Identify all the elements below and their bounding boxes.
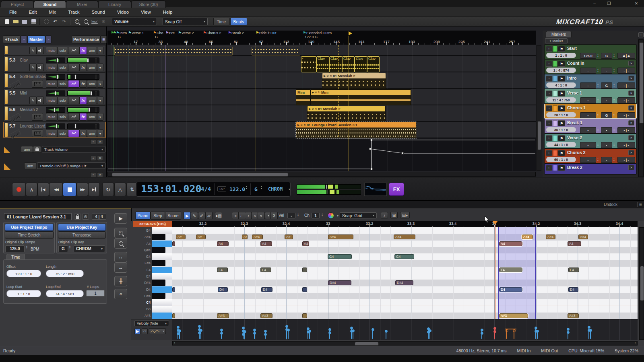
marker-meter[interactable]: - | -: [617, 82, 635, 88]
midi-note[interactable]: A#3: [499, 313, 528, 318]
marker-tempo[interactable]: 125.0: [580, 53, 596, 59]
undock-button[interactable]: Undock: [604, 202, 617, 207]
save-icon[interactable]: [29, 18, 37, 25]
speaker-icon[interactable]: [37, 97, 44, 104]
marker-time[interactable]: 11 : 4 : 750: [546, 97, 576, 103]
piano-key[interactable]: [152, 286, 172, 293]
mute-button[interactable]: mute: [46, 97, 57, 104]
add-note-icon[interactable]: ⊞: [390, 212, 398, 218]
marker-meter[interactable]: - | -: [617, 127, 635, 133]
track-name[interactable]: Mini: [20, 91, 27, 95]
scale-mode-dropdown-icon[interactable]: ▾: [289, 187, 290, 191]
use-project-key-button[interactable]: Use Project Key: [58, 224, 106, 231]
scale-mode-value[interactable]: CHROM: [268, 186, 283, 192]
automation-type-dropdown[interactable]: Volume▾: [112, 18, 157, 25]
tab-store-30-[interactable]: Store (30): [131, 0, 166, 8]
marker-color-swatch[interactable]: [553, 135, 557, 141]
velocity-stem[interactable]: [309, 330, 310, 339]
mute-button[interactable]: mute: [46, 47, 57, 54]
marker-name[interactable]: Intro: [567, 76, 576, 80]
velocity-stem[interactable]: [537, 330, 538, 339]
add-track-button[interactable]: +Track: [3, 35, 21, 43]
fx-button[interactable]: fx: [79, 80, 87, 88]
piano-key[interactable]: [152, 306, 172, 313]
velocity-stem[interactable]: [428, 327, 429, 339]
open-file-icon[interactable]: [12, 18, 20, 25]
maximize-button[interactable]: ❐: [603, 0, 615, 7]
marker-name[interactable]: Verse 1: [567, 90, 582, 95]
piano-key[interactable]: [152, 267, 172, 274]
velocity-stem[interactable]: [429, 329, 430, 339]
midi-note[interactable]: [172, 313, 175, 318]
marker-color-swatch[interactable]: [553, 76, 557, 82]
timeline-marker-flag-icon[interactable]: ⚑: [153, 31, 157, 35]
clip-name-field[interactable]: 01 Lounge Lizard Session 3.1: [4, 213, 72, 220]
loop-button[interactable]: ↻: [102, 183, 114, 196]
track-row[interactable]: 5.6 Messiah 2 mute solo fx arm ▾: [3, 105, 106, 121]
menu-help[interactable]: Help: [157, 7, 179, 17]
velocity-curve-tool[interactable]: ▾: [149, 328, 166, 334]
clip-mute-button[interactable]: ⊘: [82, 214, 89, 220]
zoom-out-button[interactable]: −: [114, 238, 127, 249]
piano-key[interactable]: [152, 241, 172, 247]
tab-library[interactable]: Library: [98, 0, 131, 8]
arm-button[interactable]: arm: [87, 97, 97, 104]
velocity-stem[interactable]: [254, 329, 255, 339]
track-volume-slider[interactable]: [67, 123, 99, 129]
velocity-stem[interactable]: [178, 326, 178, 339]
menu-edit[interactable]: Edit: [23, 7, 43, 17]
clip-play-button[interactable]: ▶: [114, 213, 127, 224]
pencil-tool-icon[interactable]: ✎: [191, 212, 198, 219]
midi-note[interactable]: F4: [568, 267, 579, 272]
new-file-icon[interactable]: [3, 18, 11, 25]
marker-expand-icon[interactable]: ›: [546, 165, 552, 171]
marker-key[interactable]: -: [601, 97, 612, 103]
midi-note[interactable]: A#: [285, 234, 293, 239]
marker-delete-icon[interactable]: ✕: [628, 135, 634, 140]
velocity-stem[interactable]: [200, 329, 201, 339]
note-velocity-toggle-icon[interactable]: ●▤: [215, 212, 222, 219]
marker-meter[interactable]: - | -: [617, 97, 635, 103]
menu-sound[interactable]: Sound: [86, 7, 111, 17]
marker-color-swatch[interactable]: [553, 120, 557, 126]
draw-tool-icon[interactable]: ✎: [29, 47, 37, 54]
loop-start-field[interactable]: 1 : 1 : 0: [6, 290, 41, 297]
eraser-tool-icon[interactable]: ▱: [205, 212, 213, 219]
beats-mode-button[interactable]: Beats: [230, 18, 247, 25]
orig-key-value[interactable]: G: [58, 245, 68, 252]
marker-expand-icon[interactable]: ›: [546, 135, 552, 141]
marker-time[interactable]: 1 : 4 : 874: [546, 68, 576, 73]
track-options-chevron-icon[interactable]: ▾: [97, 80, 103, 88]
midi-note[interactable]: A#4: [578, 234, 588, 239]
marker-expand-icon[interactable]: ›: [546, 150, 552, 156]
timeline-marker-flag-icon[interactable]: ⚑: [303, 31, 306, 35]
marker-key[interactable]: -: [601, 127, 612, 133]
solo-button[interactable]: solo: [57, 80, 68, 88]
marker-name[interactable]: Count In: [567, 61, 584, 66]
timeline-ruler[interactable]: 17 33 49 65 81 97 113 129 145 161 177 19…: [107, 31, 536, 45]
velocity-value[interactable]: -: [287, 213, 295, 218]
fx-button[interactable]: fx: [79, 47, 87, 54]
track-volume-slider[interactable]: [67, 58, 99, 63]
velocity-lane[interactable]: [172, 319, 638, 340]
instrument-sticker-icon[interactable]: [9, 80, 21, 90]
velocity-stem[interactable]: [308, 327, 308, 339]
midi-note[interactable]: D4: [568, 287, 578, 292]
arm-button[interactable]: arm: [87, 80, 97, 88]
track-options-chevron-icon[interactable]: ▾: [97, 47, 103, 54]
midi-note[interactable]: [302, 313, 307, 318]
add-marker-button[interactable]: + Marker: [545, 38, 568, 43]
velocity-stem[interactable]: [243, 327, 244, 339]
play-button[interactable]: ∧: [26, 183, 37, 196]
track-color-strip[interactable]: [5, 57, 8, 71]
timeline-marker-label[interactable]: Verse 1: [132, 31, 144, 35]
midi-note[interactable]: D#4: [395, 280, 413, 285]
velocity-stem[interactable]: [590, 329, 591, 339]
midi-note[interactable]: D#4: [328, 280, 351, 285]
marker-color-swatch[interactable]: [553, 165, 557, 171]
midi-note[interactable]: F4: [260, 267, 271, 272]
mute-button[interactable]: mute: [46, 113, 57, 121]
marker-tempo[interactable]: -: [580, 127, 596, 133]
redo-icon[interactable]: ↷: [60, 18, 68, 25]
length-field[interactable]: 75 : 2 : 850: [46, 270, 84, 277]
